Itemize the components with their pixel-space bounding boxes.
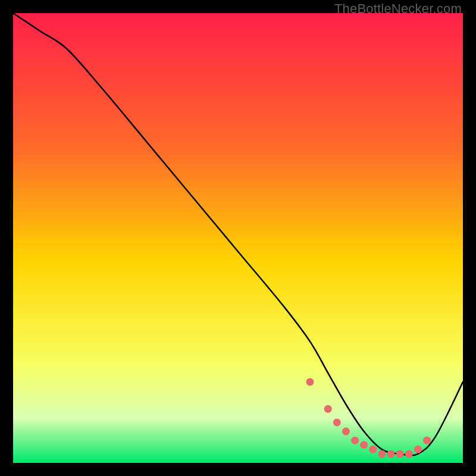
marker-dot [423,437,431,444]
marker-dot [405,450,413,458]
bottleneck-chart [13,13,463,463]
chart-frame [13,13,463,463]
marker-dot [351,437,359,444]
marker-dot [396,450,404,458]
marker-dot [387,450,395,458]
marker-dot [324,405,332,413]
marker-dot [306,378,314,386]
marker-dot [369,446,377,453]
marker-dot [378,450,386,458]
marker-dot [333,418,341,426]
marker-dot [342,428,350,436]
gradient-background [13,13,463,463]
marker-dot [360,441,368,449]
marker-dot [414,446,422,453]
